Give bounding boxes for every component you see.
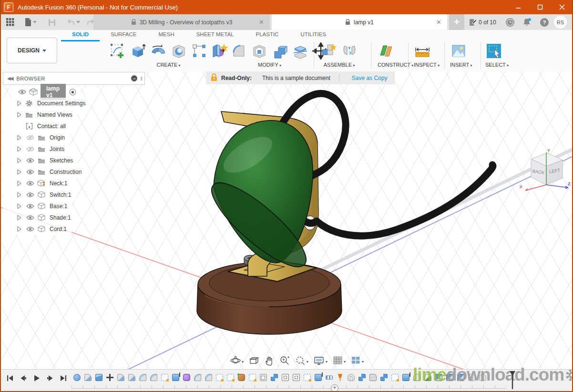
construction-plane-icon[interactable] [378,42,395,60]
timeline-group-expand-icon[interactable]: + [331,384,338,392]
combine-icon[interactable] [271,42,288,60]
timeline-item-sketch[interactable] [249,374,256,381]
viewports-icon[interactable] [349,356,365,365]
timeline-item-form[interactable] [183,374,190,381]
notifications-bell-icon[interactable] [521,16,533,29]
timeline-item-extrude[interactable] [172,374,179,381]
assemble-group-label[interactable]: ASSEMBLE [320,62,358,68]
orbit-icon[interactable] [229,355,245,366]
tree-row[interactable]: Construction [3,166,86,178]
tree-row[interactable]: Contact: all [3,121,71,132]
job-status-icon[interactable] [503,16,516,29]
timeline-item-extrude[interactable] [402,374,409,381]
document-tab-active[interactable]: lamp v1 ✕ [272,14,447,30]
timeline-item-fillet[interactable] [139,374,146,381]
step-forward-button[interactable] [45,373,55,383]
tab-surface[interactable]: SURFACE [100,30,147,40]
inspect-group-label[interactable]: INSPECT [414,62,440,68]
revolve-icon[interactable] [150,42,167,60]
fit-icon[interactable] [294,355,310,366]
fillet-icon[interactable] [230,42,247,60]
tab-close-icon[interactable]: ✕ [259,19,264,26]
tree-row[interactable]: Joints [3,143,69,155]
tree-row[interactable]: Neck:1 [3,178,72,189]
timeline-item-sketch[interactable] [161,374,168,381]
timeline-item-frame[interactable] [293,374,300,381]
timeline-item-revolve[interactable] [117,374,124,381]
tree-row[interactable]: Cord:1 [3,223,72,235]
insert-image-icon[interactable] [450,42,467,60]
visibility-eye-off-icon[interactable] [26,135,34,141]
modify-group-label[interactable]: MODIFY [210,62,329,68]
tree-row[interactable]: Named Views [3,109,77,121]
expand-arrow-icon[interactable] [17,135,22,141]
play-button[interactable] [31,373,42,383]
save-as-copy-link[interactable]: Save as Copy [346,75,393,81]
timeline-item-frame[interactable] [282,374,289,381]
edits-counter[interactable]: 0 of 10 [469,14,496,30]
timeline-item-sketch[interactable] [227,374,234,381]
tree-row[interactable]: Origin [3,132,70,143]
select-group-label[interactable]: SELECT [485,62,509,68]
new-tab-button[interactable]: + [449,14,464,30]
browser-header[interactable]: ◀◀ BROWSER − ‖ [3,72,145,85]
timeline-item-fillet[interactable] [150,374,157,381]
press-pull-icon[interactable] [210,42,227,60]
expand-arrow-icon[interactable] [17,101,22,106]
panel-resize-grip[interactable]: ‖ [140,76,143,81]
tab-mesh[interactable]: MESH [147,30,185,40]
timeline-item-sketch[interactable] [304,374,311,381]
timeline-item-revolve[interactable] [84,374,92,381]
workspace-switcher[interactable]: DESIGN [7,38,57,63]
visibility-eye-icon[interactable] [26,158,34,163]
expand-arrow-icon[interactable] [17,215,22,221]
timeline-item-combine[interactable] [358,374,366,381]
expand-arrow-icon[interactable] [17,192,22,198]
save-icon[interactable] [46,14,58,30]
expand-arrow-icon[interactable] [17,112,22,118]
timeline-playhead[interactable] [509,371,516,392]
maximize-button[interactable] [529,0,551,14]
tree-row[interactable]: Document Settings [3,98,90,109]
expand-arrow-icon[interactable] [17,181,22,186]
go-to-start-button[interactable] [5,373,15,383]
tab-plastic[interactable]: PLASTIC [245,30,290,40]
timeline-item-box[interactable] [95,374,102,381]
timeline-item-holes[interactable] [326,375,333,380]
tree-row[interactable]: Sketches [3,155,78,166]
undo-icon[interactable] [64,14,82,30]
tree-row[interactable]: Switch:1 [3,189,76,201]
view-cube[interactable]: BACK LEFT Y X Z [518,148,571,196]
timeline-item-loft[interactable] [238,374,245,381]
visibility-eye-icon[interactable] [26,215,34,221]
data-panel-icon[interactable] [4,14,17,30]
shell-icon[interactable] [251,42,268,60]
visibility-eye-icon[interactable] [26,181,34,186]
visibility-eye-off-icon[interactable] [26,146,34,152]
hole-icon[interactable] [170,42,187,60]
timeline-ruler[interactable] [72,385,506,389]
look-at-icon[interactable] [247,356,261,365]
timeline-item-cylinder[interactable] [73,374,81,381]
visibility-eye-icon[interactable] [26,192,34,198]
tree-row[interactable]: Base:1 [3,201,72,212]
tree-row[interactable]: Shade:1 [3,212,76,223]
help-icon[interactable]: ? [538,16,551,29]
display-settings-icon[interactable] [312,356,329,365]
expand-arrow-icon[interactable] [17,169,22,175]
expand-arrow-icon[interactable] [17,158,22,163]
measure-icon[interactable] [414,42,431,60]
split-body-icon[interactable] [292,42,309,60]
user-avatar[interactable]: RS [554,16,567,29]
go-to-end-button[interactable] [58,373,69,383]
extrude-icon[interactable] [129,42,146,60]
zoom-icon[interactable] [278,355,291,366]
joint-icon[interactable] [341,42,358,60]
lamp-model[interactable] [0,71,573,369]
timeline-item-combine[interactable] [380,374,388,381]
viewport-canvas[interactable]: BACK LEFT Y X Z [0,71,573,369]
step-back-button[interactable] [18,373,29,383]
visibility-eye-icon[interactable] [26,203,34,209]
rectangular-pattern-icon[interactable] [191,42,208,60]
insert-group-label[interactable]: INSERT [450,62,472,68]
